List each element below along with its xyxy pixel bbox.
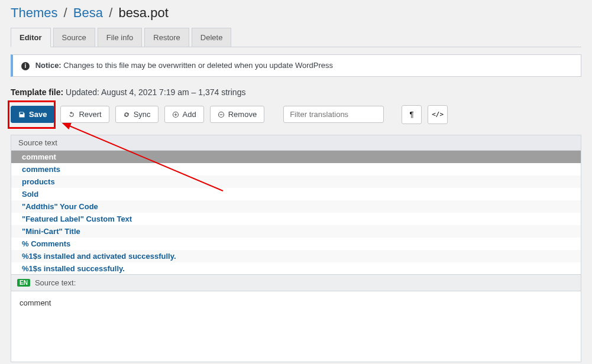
template-file-updated: Updated: August 4, 2021 7:19 am – 1,374 … xyxy=(66,87,245,97)
source-text-label: Source text: xyxy=(35,278,76,287)
template-file-label: Template file: xyxy=(11,87,63,97)
sync-icon xyxy=(123,111,130,118)
add-button[interactable]: Add xyxy=(164,106,204,123)
save-label: Save xyxy=(29,110,47,119)
code-button[interactable]: </> xyxy=(428,105,448,124)
pilcrow-icon: ¶ xyxy=(410,110,414,119)
table-row[interactable]: "Featured Label" Custom Text xyxy=(11,213,581,225)
table-row[interactable]: comment xyxy=(11,151,581,163)
table-row[interactable]: "Mini-Cart" Title xyxy=(11,225,581,238)
code-icon: </> xyxy=(432,110,444,118)
save-button[interactable]: Save xyxy=(11,106,54,123)
table-row[interactable]: %1$s installed and activated successfull… xyxy=(11,250,581,262)
sync-label: Sync xyxy=(134,110,151,119)
tabs: Editor Source File info Restore Delete xyxy=(11,28,581,47)
breadcrumb: Themes / Besa / besa.pot xyxy=(11,0,581,28)
revert-label: Revert xyxy=(79,110,101,119)
filter-input[interactable] xyxy=(283,106,384,123)
table-row[interactable]: % Comments xyxy=(11,238,581,250)
revert-icon xyxy=(68,111,75,118)
pilcrow-button[interactable]: ¶ xyxy=(402,105,422,124)
info-icon: i xyxy=(21,62,30,70)
remove-label: Remove xyxy=(228,110,257,119)
table-row[interactable]: comments xyxy=(11,163,581,176)
breadcrumb-besa[interactable]: Besa xyxy=(73,5,103,20)
table-header: Source text xyxy=(11,135,581,151)
source-text-panel: EN Source text: xyxy=(11,274,581,291)
tab-editor[interactable]: Editor xyxy=(11,28,51,47)
table-row[interactable]: products xyxy=(11,176,581,188)
notice-prefix: Notice: xyxy=(35,61,62,70)
breadcrumb-sep: / xyxy=(109,5,112,20)
remove-button[interactable]: Remove xyxy=(210,106,264,123)
tab-source[interactable]: Source xyxy=(53,28,95,47)
sync-button[interactable]: Sync xyxy=(115,106,158,123)
toolbar: Save Revert Sync Add Remove ¶ </> xyxy=(11,105,581,124)
table-row[interactable]: %1$s installed successfully. xyxy=(11,262,581,274)
template-file-info: Template file: Updated: August 4, 2021 7… xyxy=(11,87,581,97)
table-row[interactable]: Sold xyxy=(11,188,581,200)
breadcrumb-themes[interactable]: Themes xyxy=(11,5,57,20)
table-row[interactable]: "Addthis" Your Code xyxy=(11,200,581,213)
strings-table: Source text comment comments products So… xyxy=(11,135,581,362)
lang-badge: EN xyxy=(17,279,30,287)
minus-icon xyxy=(218,111,225,118)
notice: i Notice: Changes to this file may be ov… xyxy=(11,54,581,77)
plus-icon xyxy=(172,111,179,118)
tab-delete[interactable]: Delete xyxy=(192,28,232,47)
revert-button[interactable]: Revert xyxy=(60,106,109,123)
tab-restore[interactable]: Restore xyxy=(144,28,189,47)
save-icon xyxy=(18,111,25,118)
breadcrumb-sep: / xyxy=(64,5,67,20)
breadcrumb-current: besa.pot xyxy=(118,5,168,20)
notice-text: Changes to this file may be overwritten … xyxy=(63,61,333,70)
source-text-area[interactable]: comment xyxy=(11,291,581,362)
tab-file-info[interactable]: File info xyxy=(98,28,143,47)
add-label: Add xyxy=(183,110,196,119)
